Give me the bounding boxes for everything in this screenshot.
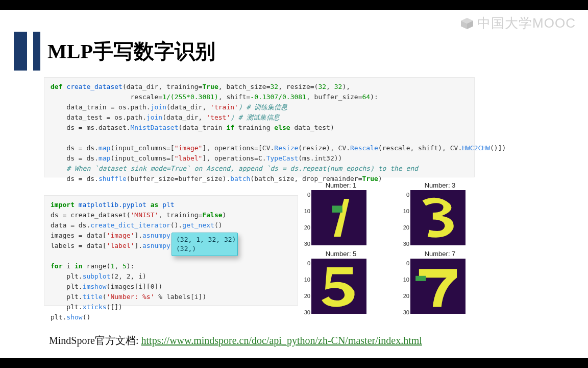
watermark-text: 中国大学MOOC — [477, 14, 576, 32]
svg-rect-4 — [332, 205, 342, 213]
code-block-plot: import matplotlib.pyplot as plt ds = cre… — [44, 195, 298, 306]
letterbox-bottom — [0, 358, 588, 368]
code-block-create-dataset: def create_dataset(data_dir, training=Tr… — [44, 77, 475, 177]
digit-image-7 — [410, 259, 465, 314]
title-row: MLP手写数字识别 — [14, 32, 215, 71]
subplot-2: Number: 3 0102030 — [400, 181, 480, 248]
svg-rect-8 — [415, 276, 426, 281]
y-axis-ticks-4: 0102030 — [400, 260, 409, 315]
cube-icon — [460, 17, 474, 30]
subplot-4: Number: 7 0102030 — [400, 250, 480, 316]
shape-tooltip: (32, 1, 32, 32) (32,) — [172, 233, 238, 256]
digit-image-5 — [311, 259, 366, 314]
docs-link[interactable]: https://www.mindspore.cn/doc/api_python/… — [141, 335, 422, 346]
watermark: 中国大学MOOC — [460, 14, 576, 32]
subplot-3: Number: 5 0102030 — [301, 250, 381, 316]
subplot-3-title: Number: 5 — [301, 250, 381, 258]
footer: MindSpore官方文档: https://www.mindspore.cn/… — [49, 334, 422, 348]
digit-image-1 — [311, 190, 366, 245]
subplot-1-title: Number: 1 — [301, 181, 381, 189]
mnist-plot-grid: Number: 1 0102030 Number: 3 0102030 — [301, 181, 480, 316]
subplot-2-title: Number: 3 — [400, 181, 480, 189]
title-accent-bar-2 — [33, 32, 40, 71]
page-title: MLP手写数字识别 — [47, 32, 215, 71]
subplot-4-title: Number: 7 — [400, 250, 480, 258]
footer-label: MindSpore官方文档: — [49, 335, 141, 346]
y-axis-ticks-2: 0102030 — [400, 192, 409, 247]
subplot-1: Number: 1 0102030 — [301, 181, 381, 248]
letterbox-top — [0, 0, 588, 10]
digit-image-3 — [410, 190, 465, 245]
y-axis-ticks-1: 0102030 — [301, 192, 310, 247]
y-axis-ticks-3: 0102030 — [301, 260, 310, 315]
title-accent-bar-1 — [14, 32, 27, 71]
